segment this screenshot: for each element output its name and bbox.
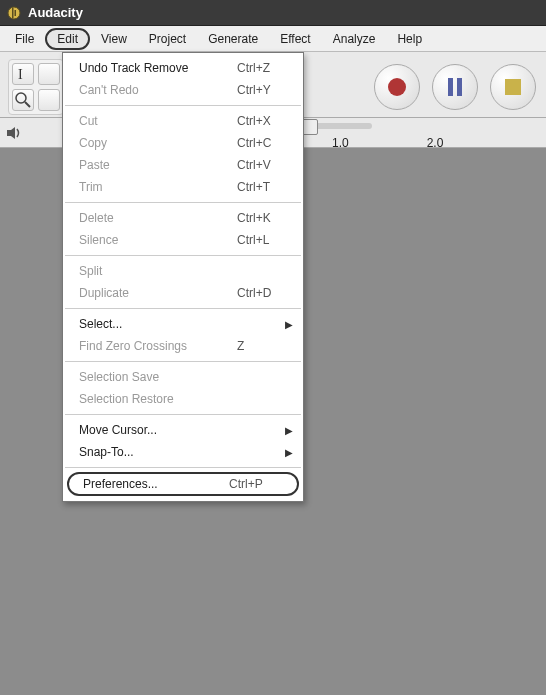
title-bar: Audacity xyxy=(0,0,546,26)
menu-separator xyxy=(65,202,301,203)
svg-point-0 xyxy=(8,7,20,19)
app-icon xyxy=(6,5,22,21)
svg-rect-2 xyxy=(15,10,17,16)
menu-view[interactable]: View xyxy=(90,28,138,50)
menu-help[interactable]: Help xyxy=(386,28,433,50)
tool-palette: I xyxy=(8,59,64,115)
svg-point-4 xyxy=(16,93,26,103)
menu-split[interactable]: Split xyxy=(63,260,303,282)
shortcut-text: Ctrl+Y xyxy=(237,83,293,97)
envelope-tool[interactable] xyxy=(38,63,60,85)
menu-selection-save[interactable]: Selection Save xyxy=(63,366,303,388)
shortcut-text: Ctrl+D xyxy=(237,286,293,300)
ruler-tick: 2.0 xyxy=(427,136,444,150)
svg-text:I: I xyxy=(18,67,23,82)
transport-controls xyxy=(374,64,538,110)
menu-analyze[interactable]: Analyze xyxy=(322,28,387,50)
menu-effect[interactable]: Effect xyxy=(269,28,321,50)
stop-button[interactable] xyxy=(490,64,536,110)
menu-paste[interactable]: Paste Ctrl+V xyxy=(63,154,303,176)
edit-menu-dropdown: Undo Track Remove Ctrl+Z Can't Redo Ctrl… xyxy=(62,52,304,502)
menu-separator xyxy=(65,414,301,415)
menu-move-cursor[interactable]: Move Cursor... ▶ xyxy=(63,419,303,441)
shortcut-text: Ctrl+X xyxy=(237,114,293,128)
svg-line-5 xyxy=(25,102,30,107)
menu-select[interactable]: Select... ▶ xyxy=(63,313,303,335)
menu-bar: File Edit View Project Generate Effect A… xyxy=(0,26,546,52)
menu-copy[interactable]: Copy Ctrl+C xyxy=(63,132,303,154)
svg-marker-6 xyxy=(7,127,15,139)
menu-redo[interactable]: Can't Redo Ctrl+Y xyxy=(63,79,303,101)
menu-trim[interactable]: Trim Ctrl+T xyxy=(63,176,303,198)
menu-preferences[interactable]: Preferences... Ctrl+P xyxy=(67,472,299,496)
menu-separator xyxy=(65,105,301,106)
shortcut-text: Ctrl+C xyxy=(237,136,293,150)
menu-cut[interactable]: Cut Ctrl+X xyxy=(63,110,303,132)
menu-edit[interactable]: Edit xyxy=(45,28,90,50)
submenu-arrow-icon: ▶ xyxy=(285,447,293,458)
record-button[interactable] xyxy=(374,64,420,110)
menu-file[interactable]: File xyxy=(4,28,45,50)
selection-tool[interactable]: I xyxy=(12,63,34,85)
shortcut-text: Ctrl+V xyxy=(237,158,293,172)
ruler-tick: 1.0 xyxy=(332,136,349,150)
menu-delete[interactable]: Delete Ctrl+K xyxy=(63,207,303,229)
zoom-tool[interactable] xyxy=(12,89,34,111)
shortcut-text: Z xyxy=(237,339,293,353)
svg-rect-1 xyxy=(12,8,14,18)
pause-button[interactable] xyxy=(432,64,478,110)
menu-separator xyxy=(65,308,301,309)
record-icon xyxy=(388,78,406,96)
menu-separator xyxy=(65,361,301,362)
submenu-arrow-icon: ▶ xyxy=(285,425,293,436)
menu-duplicate[interactable]: Duplicate Ctrl+D xyxy=(63,282,303,304)
shortcut-text: Ctrl+P xyxy=(229,477,285,491)
menu-selection-restore[interactable]: Selection Restore xyxy=(63,388,303,410)
menu-undo[interactable]: Undo Track Remove Ctrl+Z xyxy=(63,57,303,79)
menu-separator xyxy=(65,467,301,468)
shortcut-text: Ctrl+K xyxy=(237,211,293,225)
shortcut-text: Ctrl+L xyxy=(237,233,293,247)
menu-generate[interactable]: Generate xyxy=(197,28,269,50)
stop-icon xyxy=(505,79,521,95)
menu-project[interactable]: Project xyxy=(138,28,197,50)
menu-separator xyxy=(65,255,301,256)
timeline-ruler[interactable]: 1.0 2.0 xyxy=(332,136,443,150)
pause-icon xyxy=(448,78,462,96)
submenu-arrow-icon: ▶ xyxy=(285,319,293,330)
shortcut-text: Ctrl+T xyxy=(237,180,293,194)
menu-find-zero[interactable]: Find Zero Crossings Z xyxy=(63,335,303,357)
shortcut-text: Ctrl+Z xyxy=(237,61,293,75)
menu-silence[interactable]: Silence Ctrl+L xyxy=(63,229,303,251)
menu-snap-to[interactable]: Snap-To... ▶ xyxy=(63,441,303,463)
draw-tool[interactable] xyxy=(38,89,60,111)
window-title: Audacity xyxy=(28,5,83,20)
speaker-icon xyxy=(6,126,24,140)
